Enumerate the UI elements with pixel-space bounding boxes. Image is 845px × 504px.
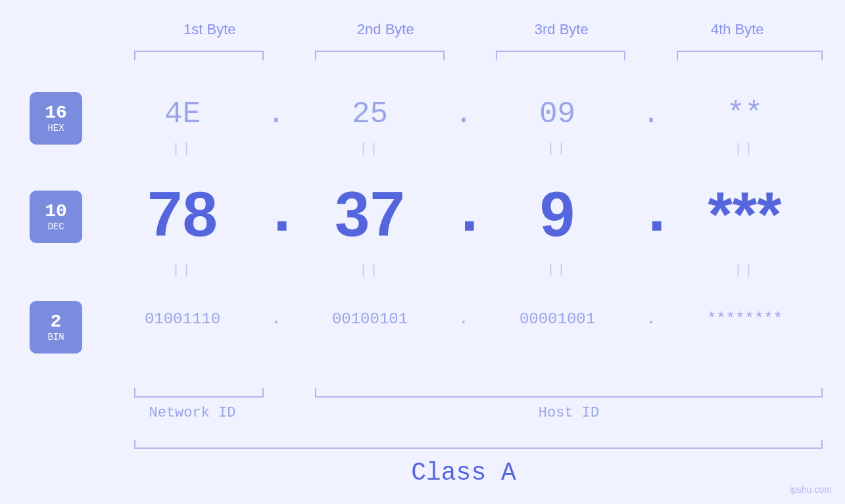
dec-dot-1: . — [263, 176, 289, 252]
sep-1-2: || — [289, 141, 450, 156]
hex-val-2: 25 — [289, 97, 450, 131]
decorative-svg — [0, 0, 845, 504]
dec-val-2: 37 — [289, 183, 450, 246]
watermark: ipshu.com — [790, 484, 832, 495]
hex-val-1: 4E — [102, 97, 263, 131]
bin-val-4: ******** — [664, 310, 825, 328]
hex-val-4: ** — [664, 97, 825, 131]
sep-2-1: || — [102, 263, 263, 278]
bin-badge: 2 BIN — [30, 301, 82, 354]
byte-header-1: 1st Byte — [122, 21, 298, 38]
sep-1-3: || — [477, 141, 638, 156]
bin-val-1: 01001110 — [102, 310, 263, 328]
page-container: 1st Byte 2nd Byte 3rd Byte 4th Byte 16 H… — [0, 0, 845, 504]
dec-badge-label: DEC — [47, 221, 64, 232]
byte-headers-row: 1st Byte 2nd Byte 3rd Byte 4th Byte — [0, 21, 845, 38]
bin-val-2: 00100101 — [289, 310, 450, 328]
sep-1-4: || — [664, 141, 825, 156]
byte-header-2: 2nd Byte — [298, 21, 474, 38]
sep-1-1: || — [102, 141, 263, 156]
bin-dot-2: . — [450, 310, 477, 328]
byte-header-4: 4th Byte — [650, 21, 826, 38]
sep-row-2: || || || || — [102, 263, 825, 278]
hex-val-3: 09 — [477, 97, 638, 131]
hex-badge: 16 HEX — [30, 92, 82, 145]
bin-badge-label: BIN — [47, 332, 64, 342]
hex-dot-1: . — [263, 97, 289, 131]
dec-dot-2: . — [450, 176, 477, 252]
hex-dot-3: . — [638, 97, 664, 131]
bin-row: 01001110 . 00100101 . 00001001 . *******… — [102, 310, 825, 328]
class-a-label: Class A — [102, 459, 825, 487]
hex-row: 4E . 25 . 09 . ** — [102, 97, 825, 131]
bin-dot-3: . — [638, 310, 664, 328]
network-id-label: Network ID — [102, 405, 283, 421]
bin-val-3: 00001001 — [477, 310, 638, 328]
sep-row-1: || || || || — [102, 141, 825, 156]
dec-dot-3: . — [638, 176, 664, 252]
dec-val-1: 78 — [102, 183, 263, 246]
dec-val-3: 9 — [477, 183, 638, 246]
byte-header-3: 3rd Byte — [473, 21, 650, 38]
hex-badge-label: HEX — [47, 123, 64, 133]
sep-2-3: || — [477, 263, 638, 278]
bin-badge-number: 2 — [51, 312, 62, 332]
bin-dot-1: . — [263, 310, 289, 328]
hex-dot-2: . — [450, 97, 477, 131]
dec-row: 78 . 37 . 9 . *** — [102, 176, 825, 252]
dec-badge: 10 DEC — [30, 191, 82, 243]
host-id-label: Host ID — [316, 405, 822, 421]
dec-val-4: *** — [664, 183, 825, 246]
dec-badge-number: 10 — [45, 202, 67, 222]
sep-2-4: || — [664, 263, 825, 278]
hex-badge-number: 16 — [45, 103, 67, 124]
sep-2-2: || — [289, 263, 450, 278]
